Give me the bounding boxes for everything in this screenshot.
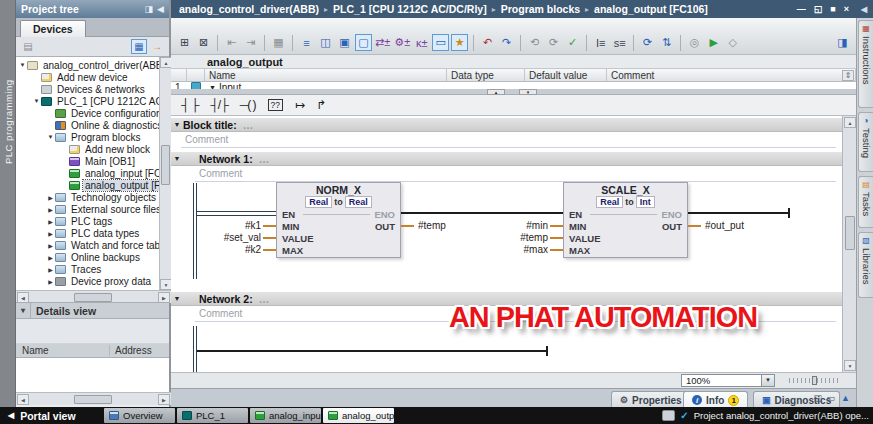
tag-information-icon[interactable]: ⚙± <box>393 34 411 51</box>
scale-x-block[interactable]: SCALE_X RealtoInt EN MIN VALUE MAX ENO O… <box>563 182 688 258</box>
expander-icon[interactable]: ▼ <box>46 134 55 140</box>
pin-eno[interactable]: ENO <box>661 210 682 220</box>
taskbar-tab-plc1[interactable]: PLC_1 <box>177 408 248 423</box>
zoom-select[interactable]: 100% ▼ <box>681 374 775 387</box>
block-title-bar[interactable]: ▼ Block title: … <box>171 118 842 132</box>
new-item-icon[interactable]: ▤ <box>20 39 36 54</box>
operand-k1[interactable]: #k1 <box>171 220 261 231</box>
expander-icon[interactable]: ▶ <box>46 254 55 261</box>
breadcrumb-item-plc[interactable]: PLC_1 [CPU 1212C AC/DC/Rly] <box>333 3 487 15</box>
tree-item-devices-networks[interactable]: Devices & networks <box>16 83 159 95</box>
tree-item-project[interactable]: ▼ analog_control_driver(ABB) <box>16 59 159 71</box>
tree-item-add-new-device[interactable]: Add new device <box>16 71 159 83</box>
eno-en-wire[interactable] <box>401 212 563 214</box>
scroll-down-icon[interactable]: ▼ <box>844 360 856 371</box>
assignment-list-icon[interactable]: s≡ <box>611 34 628 51</box>
collapse-triangle-icon[interactable]: ▼ <box>171 155 183 162</box>
hide-parameters-icon[interactable]: ▭ <box>432 34 449 51</box>
discard-changes-icon[interactable]: ⟲ <box>526 34 543 51</box>
en-wire[interactable] <box>196 211 277 216</box>
consistency-check-icon[interactable]: ✓ <box>564 34 581 51</box>
tree-item-program-blocks[interactable]: ▼ Program blocks <box>16 131 159 143</box>
operand-set-val[interactable]: #set_val <box>171 232 261 243</box>
breadcrumb-item-project[interactable]: analog_control_driver(ABB) <box>179 3 319 15</box>
go-to-device-icon[interactable]: → <box>149 39 165 54</box>
redo-icon[interactable]: ↷ <box>498 34 515 51</box>
close-icon[interactable]: × <box>844 4 849 14</box>
symbol-information-icon[interactable]: ĸ± <box>413 34 430 51</box>
table-resize-icon[interactable]: ⇕ <box>842 70 854 81</box>
expander-icon[interactable]: ▼ <box>18 62 27 68</box>
expander-icon[interactable]: ▶ <box>46 218 55 225</box>
interface-row-input[interactable]: 1 ▼ Input <box>171 82 856 89</box>
block-comment[interactable]: Comment <box>185 134 228 145</box>
inspector-minimize-icon[interactable]: ▭ <box>826 393 835 403</box>
tree-item-watch-force-tables[interactable]: ▶ Watch and force tables <box>16 239 159 251</box>
pin-out[interactable]: OUT <box>662 222 682 232</box>
pin-en[interactable]: EN <box>569 210 582 220</box>
col-data-type[interactable]: Data type <box>447 69 525 81</box>
tab-devices[interactable]: Devices <box>20 20 86 37</box>
pin-out[interactable]: OUT <box>375 222 395 232</box>
collapse-triangle-icon[interactable]: ▼ <box>171 295 183 302</box>
scroll-up-icon[interactable]: ▲ <box>844 117 856 128</box>
taskbar-tab-overview[interactable]: Overview <box>104 408 175 423</box>
operand-max[interactable]: #max <box>451 244 548 255</box>
tab-libraries[interactable]: ▧ Libraries <box>858 232 873 298</box>
norm-x-block[interactable]: NORM_X RealtoReal EN MIN VALUE MAX ENO O… <box>276 182 401 258</box>
float-panel-icon[interactable]: ◨ <box>145 0 154 18</box>
close-branch-icon[interactable]: ↱ <box>316 98 325 112</box>
collapse-triangle-icon[interactable]: ▼ <box>171 121 183 128</box>
inspector-collapse-icon[interactable]: ▲ <box>841 393 850 403</box>
keep-actual-values-icon[interactable]: ⇥ <box>242 34 259 51</box>
col-name[interactable]: Name <box>205 69 447 81</box>
tree-item-analog-output[interactable]: analog_output [FC10... <box>16 179 159 191</box>
pin-max[interactable]: MAX <box>282 246 303 256</box>
expander-icon[interactable]: ▶ <box>46 194 55 201</box>
tab-testing[interactable]: ◑ Testing <box>858 112 873 172</box>
zoom-slider-thumb[interactable] <box>812 376 817 385</box>
minimize-icon[interactable]: — <box>797 4 806 14</box>
tree-scrollbar[interactable]: ▲ ▼ <box>159 57 171 290</box>
pin-value[interactable]: VALUE <box>569 234 601 244</box>
breadcrumb-item-analog-output[interactable]: analog_output [FC106] <box>594 3 708 15</box>
tab-info[interactable]: i Info 1 <box>683 391 748 408</box>
tree-item-plc-data-types[interactable]: ▶ PLC data types <box>16 227 159 239</box>
table-view-icon[interactable]: ▦ <box>131 39 147 54</box>
network-1-comment[interactable]: Comment <box>199 168 242 179</box>
type-from-select[interactable]: Real <box>305 196 332 208</box>
insert-network-icon[interactable]: ⊞ <box>176 34 193 51</box>
synchronize-icon[interactable]: ⟳ <box>639 34 656 51</box>
tree-item-device-proxy-data[interactable]: ▶ Device proxy data <box>16 275 159 287</box>
operand-out-put[interactable]: #out_put <box>705 220 744 231</box>
right-panel-collapse-icon[interactable]: ◀ <box>857 2 871 16</box>
operand-k2[interactable]: #k2 <box>171 244 261 255</box>
monitor-icon[interactable]: ◎ <box>686 34 703 51</box>
delete-network-icon[interactable]: ⊠ <box>195 34 212 51</box>
tree-item-analog-input[interactable]: analog_input [FC105] <box>16 167 159 179</box>
operand-temp-in[interactable]: #temp <box>451 232 548 243</box>
nc-contact-icon[interactable]: ┤/├ <box>210 98 227 112</box>
scroll-left-icon[interactable]: ◀ <box>17 394 29 405</box>
simulation-icon[interactable]: ▶ <box>705 34 722 51</box>
expander-icon[interactable]: ▶ <box>46 230 55 237</box>
editor-layout-icon[interactable]: ◨ <box>834 34 851 51</box>
no-contact-icon[interactable]: ┤ ├ <box>181 98 198 112</box>
toggle-comments-icon[interactable]: ▢ <box>355 34 372 51</box>
empty-rung-wire[interactable] <box>197 350 547 352</box>
scroll-right-icon[interactable]: ▶ <box>158 394 170 405</box>
expander-icon[interactable]: ▶ <box>46 278 55 285</box>
inspector-float-icon[interactable]: ◱ <box>813 393 822 403</box>
taskbar-status[interactable]: ✓ Project analog_control_driver(ABB) ope… <box>662 410 873 421</box>
zoom-dropdown-icon[interactable]: ▼ <box>761 375 774 386</box>
tree-item-main-ob1[interactable]: Main [OB1] <box>16 155 159 167</box>
close-all-networks-icon[interactable]: ▣ <box>336 34 353 51</box>
col-default-value[interactable]: Default value <box>525 69 607 81</box>
snapshot-icon[interactable]: ▦ <box>270 34 287 51</box>
pin-eno[interactable]: ENO <box>374 210 395 220</box>
expander-icon[interactable]: ▼ <box>32 98 41 104</box>
taskbar-tab-analog-output[interactable]: analog_outp... <box>323 408 394 423</box>
tree-item-online-diagnostics[interactable]: Online & diagnostics <box>16 119 159 131</box>
breadcrumb-item-program-blocks[interactable]: Program blocks <box>501 3 580 15</box>
editor-scrollbar[interactable]: ▲ ▼ <box>842 116 856 372</box>
